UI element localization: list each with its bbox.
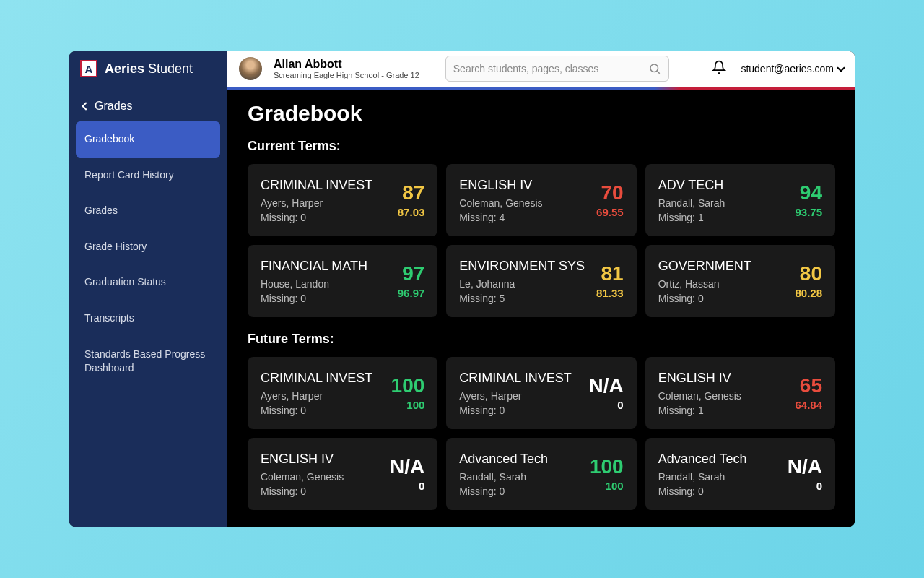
sidebar-item-standards-based-progress-dashboard[interactable]: Standards Based Progress Dashboard xyxy=(76,337,220,387)
sidebar-item-gradebook[interactable]: Gradebook xyxy=(76,121,220,158)
grade-percent: 0 xyxy=(390,480,424,492)
sidebar-item-report-card-history[interactable]: Report Card History xyxy=(76,158,220,194)
sidebar-nav: GradebookReport Card HistoryGradesGrade … xyxy=(69,121,227,387)
missing-count: Missing: 0 xyxy=(261,293,367,304)
chevron-down-icon xyxy=(837,64,845,72)
grade-value: 100 xyxy=(590,457,624,477)
course-name: ENVIRONMENT SYS xyxy=(459,259,585,274)
grade-percent: 81.33 xyxy=(596,287,624,299)
topbar: Allan Abbott Screaming Eagle High School… xyxy=(227,51,855,87)
content: Gradebook Current Terms:CRIMINAL INVESTA… xyxy=(227,87,855,527)
course-name: Advanced Tech xyxy=(658,452,747,467)
logo-text: Aeries Student xyxy=(105,61,193,77)
grade-value: N/A xyxy=(588,376,623,396)
grade-percent: 0 xyxy=(588,399,623,411)
grade-percent: 64.84 xyxy=(795,399,822,411)
grade-card[interactable]: CRIMINAL INVESTAyers, HarperMissing: 010… xyxy=(248,357,437,429)
grade-card[interactable]: ENVIRONMENT SYSLe, JohannaMissing: 58181… xyxy=(446,245,636,317)
teacher-name: House, Landon xyxy=(261,278,367,290)
teacher-name: Randall, Sarah xyxy=(459,471,548,483)
svg-point-0 xyxy=(650,64,658,72)
grade-value: 80 xyxy=(795,264,822,284)
page-title: Gradebook xyxy=(248,101,835,126)
search-input[interactable] xyxy=(453,63,648,74)
grade-value: 65 xyxy=(795,376,822,396)
course-name: CRIMINAL INVEST xyxy=(459,371,571,386)
grade-value: 97 xyxy=(398,264,425,284)
card-grid: CRIMINAL INVESTAyers, HarperMissing: 087… xyxy=(248,164,835,317)
logo-icon: A xyxy=(80,60,97,77)
grade-card[interactable]: Advanced TechRandall, SarahMissing: 0100… xyxy=(446,438,636,510)
grade-percent: 93.75 xyxy=(795,206,822,218)
grade-card[interactable]: CRIMINAL INVESTAyers, HarperMissing: 087… xyxy=(248,164,437,236)
avatar[interactable] xyxy=(239,57,262,80)
grade-card[interactable]: CRIMINAL INVESTAyers, HarperMissing: 0N/… xyxy=(446,357,636,429)
sidebar-item-grade-history[interactable]: Grade History xyxy=(76,229,220,265)
grade-percent: 96.97 xyxy=(398,287,425,299)
grade-percent: 69.55 xyxy=(596,206,624,218)
grade-card[interactable]: Advanced TechRandall, SarahMissing: 0N/A… xyxy=(645,438,835,510)
missing-count: Missing: 1 xyxy=(658,212,725,223)
teacher-name: Coleman, Genesis xyxy=(459,197,542,209)
grade-card[interactable]: ENGLISH IVColeman, GenesisMissing: 0N/A0 xyxy=(248,438,437,510)
search-wrap[interactable] xyxy=(445,56,669,82)
missing-count: Missing: 0 xyxy=(459,405,571,416)
missing-count: Missing: 1 xyxy=(658,405,741,416)
teacher-name: Ayers, Harper xyxy=(261,390,372,402)
missing-count: Missing: 0 xyxy=(261,212,372,223)
course-name: ENGLISH IV xyxy=(658,371,741,386)
grade-value: N/A xyxy=(390,457,424,477)
grade-percent: 0 xyxy=(788,480,822,492)
missing-count: Missing: 0 xyxy=(658,486,747,497)
course-name: Advanced Tech xyxy=(459,452,548,467)
grade-percent: 80.28 xyxy=(795,287,822,299)
svg-line-1 xyxy=(657,71,659,73)
notifications-button[interactable] xyxy=(712,60,726,77)
sidebar-item-grades[interactable]: Grades xyxy=(76,193,220,229)
student-info: Allan Abbott Screaming Eagle High School… xyxy=(274,58,419,79)
grade-percent: 100 xyxy=(391,399,425,411)
chevron-left-icon xyxy=(82,102,90,110)
grade-value: 94 xyxy=(795,183,822,203)
teacher-name: Coleman, Genesis xyxy=(658,390,741,402)
grade-value: 100 xyxy=(391,376,425,396)
logo[interactable]: A Aeries Student xyxy=(69,51,227,87)
grade-value: 70 xyxy=(596,183,624,203)
course-name: ENGLISH IV xyxy=(459,178,542,193)
search-icon xyxy=(648,62,661,75)
grade-percent: 87.03 xyxy=(398,206,425,218)
course-name: ADV TECH xyxy=(658,178,725,193)
course-name: FINANCIAL MATH xyxy=(261,259,367,274)
student-school: Screaming Eagle High School - Grade 12 xyxy=(274,71,419,79)
grade-card[interactable]: ADV TECHRandall, SarahMissing: 19493.75 xyxy=(645,164,835,236)
grade-value: 81 xyxy=(596,264,624,284)
course-name: CRIMINAL INVEST xyxy=(261,178,372,193)
grade-card[interactable]: ENGLISH IVColeman, GenesisMissing: 16564… xyxy=(645,357,835,429)
student-name: Allan Abbott xyxy=(274,58,419,71)
user-menu[interactable]: student@aeries.com xyxy=(741,63,844,74)
missing-count: Missing: 0 xyxy=(658,293,751,304)
grade-percent: 100 xyxy=(590,480,624,492)
missing-count: Missing: 0 xyxy=(261,405,372,416)
teacher-name: Ortiz, Hassan xyxy=(658,278,751,290)
missing-count: Missing: 4 xyxy=(459,212,542,223)
teacher-name: Randall, Sarah xyxy=(658,471,747,483)
course-name: GOVERNMENT xyxy=(658,259,751,274)
section-title: Future Terms: xyxy=(248,332,835,347)
grade-value: 87 xyxy=(398,183,425,203)
sidebar: A Aeries Student Grades GradebookReport … xyxy=(69,51,227,527)
missing-count: Missing: 0 xyxy=(261,486,344,497)
grade-card[interactable]: GOVERNMENTOrtiz, HassanMissing: 08080.28 xyxy=(645,245,835,317)
grade-card[interactable]: ENGLISH IVColeman, GenesisMissing: 47069… xyxy=(446,164,636,236)
grade-card[interactable]: FINANCIAL MATHHouse, LandonMissing: 0979… xyxy=(248,245,437,317)
sidebar-item-graduation-status[interactable]: Graduation Status xyxy=(76,264,220,301)
bell-icon xyxy=(712,60,726,74)
sidebar-back[interactable]: Grades xyxy=(69,87,227,121)
card-grid: CRIMINAL INVESTAyers, HarperMissing: 010… xyxy=(248,357,835,510)
missing-count: Missing: 5 xyxy=(459,293,585,304)
sidebar-item-transcripts[interactable]: Transcripts xyxy=(76,301,220,337)
teacher-name: Coleman, Genesis xyxy=(261,471,344,483)
teacher-name: Ayers, Harper xyxy=(459,390,571,402)
user-email: student@aeries.com xyxy=(741,63,834,74)
course-name: CRIMINAL INVEST xyxy=(261,371,372,386)
